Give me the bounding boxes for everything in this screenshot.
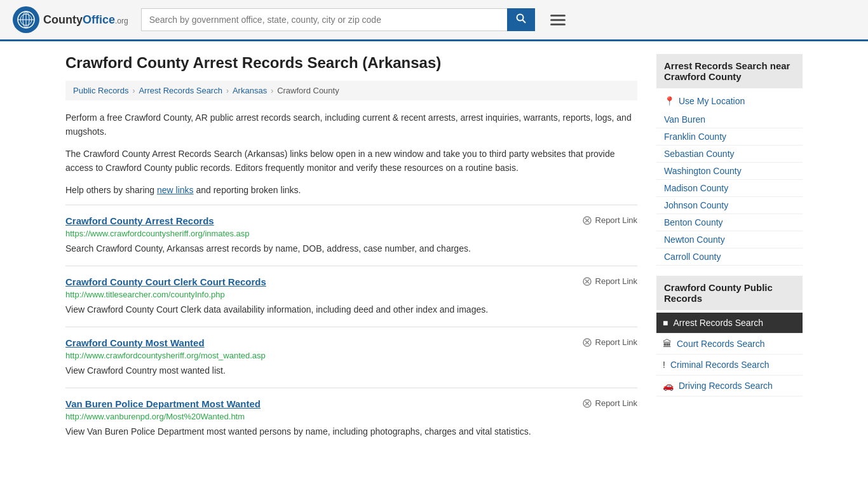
records-icon-0: ■ [663,318,668,328]
nearby-link-6[interactable]: Benton County [664,217,723,227]
result-desc-3: View Van Buren Police Department most wa… [65,425,637,438]
result-url-2: http://www.crawfordcountysheriff.org/mos… [65,351,637,360]
use-location-container: 📍 Use My Location [656,91,803,111]
hamburger-menu-button[interactable] [548,12,568,28]
result-desc-0: Search Crawford County, Arkansas arrest … [65,242,637,255]
records-icon-3: 🚗 [663,381,674,391]
content-wrapper: Crawford County Arrest Records Search (A… [53,41,815,461]
records-item-0[interactable]: ■ Arrest Records Search [656,313,803,334]
nearby-link-1[interactable]: Franklin County [664,132,726,142]
result-url-1: http://www.titlesearcher.com/countyInfo.… [65,290,637,299]
nearby-item-3: Washington County [656,163,803,180]
report-link-icon-2 [582,337,592,348]
result-title-3[interactable]: Van Buren Police Department Most Wanted [65,398,261,409]
use-location-link[interactable]: Use My Location [679,96,745,106]
records-list: ■ Arrest Records Search 🏛 Court Records … [656,313,803,396]
search-icon [516,13,526,24]
nearby-link-3[interactable]: Washington County [664,166,742,176]
result-item-1: Crawford County Court Clerk Court Record… [65,266,637,327]
records-link-0[interactable]: Arrest Records Search [673,318,763,328]
nearby-link-0[interactable]: Van Buren [664,114,705,125]
report-link-0[interactable]: Report Link [582,215,637,226]
result-desc-2: View Crawford Country most wanted list. [65,364,637,377]
breadcrumb-sep-3: › [271,86,273,95]
nearby-item-5: Johnson County [656,197,803,214]
public-records-section-title: Crawford County Public Records [656,276,803,310]
svg-point-5 [517,15,523,21]
nearby-list: Van Buren Franklin County Sebastian Coun… [656,111,803,266]
main-content: Crawford County Arrest Records Search (A… [65,54,637,449]
breadcrumb-sep-2: › [226,86,229,95]
breadcrumb-sep-1: › [132,86,135,95]
records-item-1[interactable]: 🏛 Court Records Search [656,334,803,355]
nearby-section-title: Arrest Records Search near Crawford Coun… [656,54,803,88]
report-link-icon-3 [582,398,592,409]
report-link-2[interactable]: Report Link [582,337,637,348]
nearby-item-1: Franklin County [656,128,803,146]
nearby-link-8[interactable]: Carroll County [664,252,721,262]
description-para1: Perform a free Crawford County, AR publi… [65,111,637,139]
result-title-2[interactable]: Crawford County Most Wanted [65,337,205,348]
hamburger-line [550,15,566,17]
svg-line-6 [522,20,526,24]
breadcrumb-current: Crawford County [277,86,339,95]
result-desc-1: View Crawford County Court Clerk data av… [65,303,637,316]
nearby-link-7[interactable]: Newton County [664,234,725,245]
result-item-3: Van Buren Police Department Most Wanted … [65,388,637,449]
pin-icon: 📍 [664,96,675,106]
breadcrumb-arrest-records[interactable]: Arrest Records Search [139,86,222,95]
search-input[interactable] [141,8,507,31]
nearby-item-8: Carroll County [656,248,803,266]
hamburger-line [550,24,566,25]
report-link-1[interactable]: Report Link [582,276,637,287]
report-link-icon-1 [582,276,592,287]
nearby-link-4[interactable]: Madison County [664,183,728,193]
records-link-1[interactable]: Court Records Search [677,339,765,349]
search-container [141,8,535,31]
results-list: Crawford County Arrest Records Report Li… [65,205,637,449]
records-link-2[interactable]: Criminal Records Search [670,360,770,370]
site-logo[interactable]: CountyOffice.org [13,6,128,33]
breadcrumb-arkansas[interactable]: Arkansas [233,86,267,95]
nearby-item-4: Madison County [656,180,803,197]
report-link-3[interactable]: Report Link [582,398,637,409]
nearby-item-0: Van Buren [656,111,803,128]
breadcrumb-public-records[interactable]: Public Records [73,86,128,95]
result-item-0: Crawford County Arrest Records Report Li… [65,205,637,266]
hamburger-line [550,19,566,21]
breadcrumb: Public Records › Arrest Records Search ›… [65,81,637,100]
records-item-3[interactable]: 🚗 Driving Records Search [656,376,803,396]
records-link-3[interactable]: Driving Records Search [679,381,773,391]
result-title-1[interactable]: Crawford County Court Clerk Court Record… [65,276,266,287]
records-item-2[interactable]: ! Criminal Records Search [656,355,803,376]
nearby-item-6: Benton County [656,214,803,231]
site-header: CountyOffice.org [0,0,868,41]
result-title-0[interactable]: Crawford County Arrest Records [65,215,214,226]
result-url-0: https://www.crawfordcountysheriff.org/in… [65,229,637,238]
result-url-3: http://www.vanburenpd.org/Most%20Wanted.… [65,412,637,421]
logo-icon [13,6,39,33]
description-para2: The Crawford County Arrest Records Searc… [65,147,637,175]
search-button[interactable] [507,8,535,31]
nearby-item-7: Newton County [656,231,803,248]
description-para3: Help others by sharing new links and rep… [65,183,637,197]
records-icon-1: 🏛 [663,339,672,349]
nearby-link-2[interactable]: Sebastian County [664,149,735,159]
new-links-link[interactable]: new links [157,185,194,195]
logo-text-area: CountyOffice.org [43,13,128,27]
nearby-link-5[interactable]: Johnson County [664,200,728,210]
report-link-icon-0 [582,215,592,226]
records-icon-2: ! [663,360,665,370]
nearby-item-2: Sebastian County [656,146,803,163]
sidebar: Arrest Records Search near Crawford Coun… [656,54,803,449]
result-item-2: Crawford County Most Wanted Report Link … [65,327,637,388]
page-title: Crawford County Arrest Records Search (A… [65,54,637,72]
